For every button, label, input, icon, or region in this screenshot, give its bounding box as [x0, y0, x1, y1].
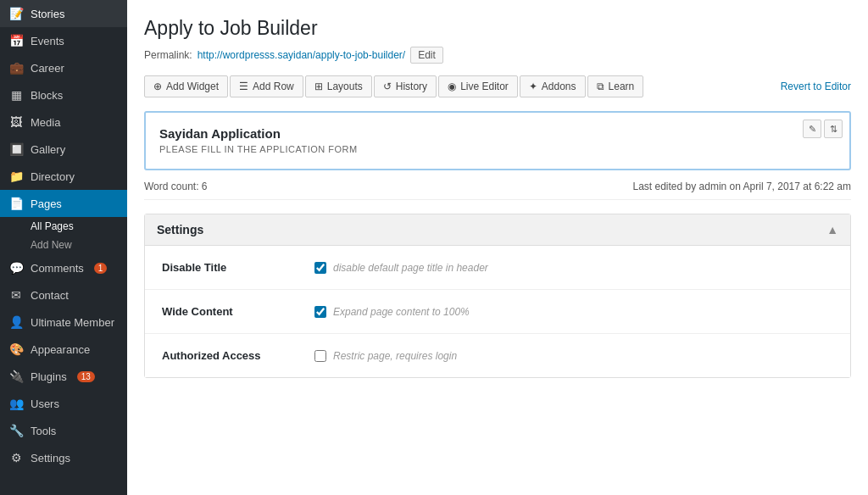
sidebar-item-settings[interactable]: ⚙ Settings	[0, 444, 127, 471]
page-title: Apply to Job Builder	[144, 17, 851, 40]
sidebar-item-media[interactable]: 🖼 Media	[0, 108, 127, 136]
sidebar-item-gallery[interactable]: 🔲 Gallery	[0, 136, 127, 163]
authorized-access-checkbox[interactable]	[314, 350, 326, 362]
page-content-area: ✎ ⇅ Sayidan Application PLEASE FILL IN T…	[144, 111, 851, 170]
sidebar-item-career[interactable]: 💼 Career	[0, 54, 127, 81]
content-title: Sayidan Application	[159, 126, 836, 141]
sidebar-item-label: Stories	[31, 8, 64, 20]
contact-icon: ✉	[8, 288, 24, 302]
sidebar-item-label: Ultimate Member	[31, 316, 114, 329]
career-icon: 💼	[8, 61, 24, 75]
sidebar-item-label: Appearance	[31, 343, 90, 356]
media-icon: 🖼	[8, 115, 24, 129]
sidebar-item-label: Contact	[31, 289, 69, 302]
sidebar-item-label: Media	[31, 116, 60, 129]
addons-button[interactable]: ✦ Addons	[520, 75, 586, 97]
settings-title: Settings	[157, 223, 203, 236]
tools-icon: 🔧	[8, 424, 24, 437]
word-count: Word count: 6	[144, 181, 207, 192]
history-button[interactable]: ↺ History	[374, 75, 437, 97]
gallery-icon: 🔲	[8, 142, 24, 156]
sidebar-item-tools[interactable]: 🔧 Tools	[0, 417, 127, 444]
sidebar-item-label: Events	[31, 35, 64, 47]
sidebar-item-comments[interactable]: 💬 Comments 1	[0, 254, 127, 281]
content-subtitle: PLEASE FILL IN THE APPLICATION FORM	[159, 144, 836, 154]
sidebar-item-events[interactable]: 📅 Events	[0, 27, 127, 54]
sidebar-item-label: Tools	[31, 425, 56, 437]
widget-icon: ⊕	[153, 81, 162, 92]
permalink-url[interactable]: http://wordpresss.sayidan/apply-to-job-b…	[198, 49, 405, 61]
content-edit-icon[interactable]: ✎	[803, 120, 821, 138]
wide-content-description: Expand page content to 100%	[333, 306, 470, 318]
edit-permalink-button[interactable]: Edit	[410, 47, 443, 64]
users-icon: 👥	[8, 397, 24, 410]
meta-bar: Word count: 6 Last edited by admin on Ap…	[144, 181, 851, 200]
sidebar-item-stories[interactable]: 📝 Stories	[0, 0, 127, 27]
ultimate-member-icon: 👤	[8, 315, 24, 329]
sidebar-sub-add-new[interactable]: Add New	[0, 236, 127, 254]
authorized-access-control: Restric page, requires login	[314, 350, 457, 362]
toolbar: ⊕ Add Widget ☰ Add Row ⊞ Layouts ↺ Histo…	[144, 75, 851, 97]
setting-row-wide-content: Wide Content Expand page content to 100%	[145, 290, 850, 334]
sidebar-item-label: Plugins	[31, 370, 67, 383]
live-editor-icon: ◉	[448, 81, 456, 92]
settings-icon: ⚙	[8, 451, 24, 464]
pages-icon: 📄	[8, 197, 24, 210]
sidebar-item-contact[interactable]: ✉ Contact	[0, 281, 127, 309]
permalink-bar: Permalink: http://wordpresss.sayidan/app…	[144, 47, 851, 64]
settings-header[interactable]: Settings ▲	[145, 214, 850, 246]
live-editor-button[interactable]: ◉ Live Editor	[438, 75, 518, 97]
revert-to-editor-button[interactable]: Revert to Editor	[781, 81, 851, 92]
history-icon: ↺	[383, 81, 392, 92]
sidebar-item-label: Career	[31, 62, 64, 75]
content-move-icon[interactable]: ⇅	[824, 120, 843, 138]
sidebar-item-blocks[interactable]: ▦ Blocks	[0, 81, 127, 108]
plugins-badge: 13	[77, 371, 95, 382]
row-icon: ☰	[239, 81, 248, 92]
sidebar-item-users[interactable]: 👥 Users	[0, 390, 127, 417]
comments-icon: 💬	[8, 261, 24, 275]
sidebar-item-appearance[interactable]: 🎨 Appearance	[0, 336, 127, 363]
settings-section: Settings ▲ Disable Title disable default…	[144, 214, 851, 378]
learn-button[interactable]: ⧉ Learn	[587, 75, 644, 97]
sidebar-item-label: Users	[31, 398, 59, 410]
directory-icon: 📁	[8, 170, 24, 183]
last-edited: Last edited by admin on April 7, 2017 at…	[632, 181, 851, 192]
disable-title-label: Disable Title	[162, 261, 298, 274]
learn-icon: ⧉	[597, 81, 604, 92]
sidebar-item-plugins[interactable]: 🔌 Plugins 13	[0, 363, 127, 390]
add-row-button[interactable]: ☰ Add Row	[230, 75, 303, 97]
sidebar-item-label: Gallery	[31, 143, 65, 156]
wide-content-control: Expand page content to 100%	[314, 306, 470, 318]
wide-content-label: Wide Content	[162, 305, 298, 318]
settings-collapse-icon: ▲	[826, 223, 838, 236]
sidebar-item-label: Blocks	[31, 89, 63, 102]
setting-row-disable-title: Disable Title disable default page title…	[145, 246, 850, 290]
layouts-button[interactable]: ⊞ Layouts	[305, 75, 372, 97]
blocks-icon: ▦	[8, 88, 24, 102]
authorized-access-label: Authorized Access	[162, 349, 298, 362]
sidebar-item-label: Pages	[31, 197, 62, 210]
setting-row-authorized-access: Authorized Access Restric page, requires…	[145, 334, 850, 377]
sidebar-item-ultimate-member[interactable]: 👤 Ultimate Member	[0, 309, 127, 336]
sidebar-sub-all-pages[interactable]: All Pages	[0, 217, 127, 236]
sidebar-item-pages[interactable]: 📄 Pages	[0, 190, 127, 217]
appearance-icon: 🎨	[8, 342, 24, 356]
disable-title-control: disable default page title in header	[314, 262, 488, 274]
comments-badge: 1	[94, 263, 108, 274]
plugins-icon: 🔌	[8, 370, 24, 383]
events-icon: 📅	[8, 34, 24, 47]
content-icons: ✎ ⇅	[803, 120, 843, 138]
permalink-label: Permalink:	[144, 49, 192, 61]
disable-title-checkbox[interactable]	[314, 262, 326, 274]
sidebar-item-label: Directory	[31, 170, 75, 183]
stories-icon: 📝	[8, 7, 24, 20]
add-widget-button[interactable]: ⊕ Add Widget	[144, 75, 228, 97]
sidebar-item-label: Comments	[31, 262, 84, 275]
sidebar: 📝 Stories 📅 Events 💼 Career ▦ Blocks 🖼 M…	[0, 0, 127, 495]
authorized-access-description: Restric page, requires login	[333, 350, 457, 362]
disable-title-description: disable default page title in header	[333, 262, 488, 274]
sidebar-item-directory[interactable]: 📁 Directory	[0, 163, 127, 190]
wide-content-checkbox[interactable]	[314, 306, 326, 318]
sidebar-item-label: Settings	[31, 452, 70, 464]
